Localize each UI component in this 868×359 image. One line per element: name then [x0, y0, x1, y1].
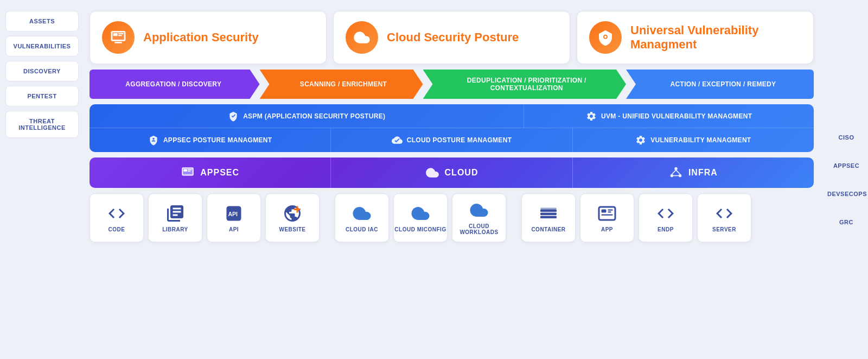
- svg-rect-22: [540, 207, 557, 209]
- container-label: CONTAINER: [531, 226, 565, 232]
- sidebar-item-assets[interactable]: ASSETS: [5, 11, 79, 32]
- cloud2-icon: [392, 135, 403, 146]
- svg-point-6: [604, 36, 607, 38]
- cloud3-icon: [425, 166, 439, 180]
- infra-icon-group: CONTAINER APP ENDP: [521, 193, 751, 242]
- cloud-segment: CLOUD: [331, 158, 572, 188]
- app-security-title: Application Security: [143, 30, 259, 45]
- infra-icon: [669, 166, 683, 180]
- endp-card[interactable]: ENDP: [639, 193, 693, 242]
- sidebar-item-threat-intelligence[interactable]: THREAT INTELLIGENCE: [5, 111, 79, 138]
- cloud-iac-label: CLOUD IAC: [346, 226, 378, 232]
- svg-rect-3: [118, 33, 123, 34]
- sidebar-item-discovery[interactable]: DISCOVERY: [5, 61, 79, 81]
- posture-row-2: APPSEC POSTURE MANAGMENT CLOUD POSTURE M…: [90, 128, 814, 152]
- cloud-security-title: Cloud Security Posture: [387, 30, 519, 45]
- code-card[interactable]: CODE: [90, 193, 144, 242]
- appsec-segment: APPSEC: [90, 158, 331, 188]
- right-label-devsecops[interactable]: DEVSECOPS: [827, 191, 865, 197]
- cloud-workloads-icon: [469, 200, 489, 220]
- cloud-miconfig-label: CLOUD MICONFIG: [394, 226, 446, 232]
- right-label-appsec[interactable]: APPSEC: [827, 162, 865, 169]
- svg-line-15: [676, 170, 680, 174]
- cloud-miconfig-card[interactable]: CLOUD MICONFIG: [393, 193, 448, 242]
- svg-rect-27: [602, 214, 613, 215]
- app-label: APP: [601, 226, 613, 232]
- pipeline-step-1: AGGREGATION / DISCOVERY: [90, 70, 260, 99]
- sidebar-item-vulnerabilities[interactable]: VULNERABILITIES: [5, 36, 79, 56]
- uvm-cell: UVM - UNIFIED VULNERABILITY MANAGMENT: [524, 104, 814, 128]
- server-icon: [714, 204, 734, 223]
- svg-rect-8: [184, 169, 188, 172]
- vuln-mgmt-title: Universal Vulnerability Managment: [630, 23, 801, 52]
- code-icon: [107, 204, 126, 223]
- right-sidebar: CISO APPSEC DEVSECOPS GRC: [825, 0, 868, 359]
- svg-rect-24: [602, 209, 607, 212]
- endp-label: ENDP: [658, 226, 674, 232]
- right-label-ciso[interactable]: CISO: [827, 134, 865, 141]
- posture-section: ASPM (APPLICATION SECURITY POSTURE) UVM …: [90, 104, 814, 152]
- right-label-grc[interactable]: GRC: [827, 219, 865, 225]
- pipeline-step-4: ACTION / EXCEPTION / REMEDY: [626, 70, 814, 99]
- shield2-icon: [148, 135, 159, 146]
- aspm-cell: ASPM (APPLICATION SECURITY POSTURE): [90, 104, 524, 128]
- svg-line-14: [672, 170, 676, 174]
- cloud-workloads-card[interactable]: CLOUD WORKLOADS: [452, 193, 506, 242]
- cloud-iac-card[interactable]: CLOUD IAC: [335, 193, 389, 242]
- library-icon: [165, 204, 185, 223]
- container-icon: [539, 204, 558, 223]
- svg-rect-23: [599, 207, 615, 220]
- bottom-icons: CODE LIBRARY API API WEBSITE CLOUD IAC: [90, 193, 814, 242]
- api-icon: API: [224, 204, 244, 223]
- top-cards: Application Security Cloud Security Post…: [90, 11, 814, 64]
- main-content: Application Security Cloud Security Post…: [84, 0, 825, 359]
- cloud-posture-cell: CLOUD POSTURE MANAGMENT: [331, 128, 572, 152]
- left-sidebar: ASSETS VULNERABILITIES DISCOVERY PENTEST…: [0, 0, 84, 359]
- app-icon2: [597, 204, 617, 223]
- svg-rect-25: [608, 209, 613, 210]
- website-icon: [283, 204, 302, 223]
- svg-text:API: API: [228, 210, 238, 217]
- svg-rect-20: [540, 212, 557, 215]
- svg-rect-21: [540, 216, 557, 218]
- pipeline-step-2: SCANNING / ENRICHMENT: [260, 70, 423, 99]
- svg-rect-19: [540, 209, 557, 212]
- svg-rect-26: [608, 211, 611, 212]
- infra-segment: INFRA: [573, 158, 814, 188]
- svg-point-11: [674, 167, 677, 170]
- library-card[interactable]: LIBRARY: [148, 193, 202, 242]
- server-card[interactable]: SERVER: [697, 193, 751, 242]
- container-card[interactable]: CONTAINER: [521, 193, 576, 242]
- sidebar-item-pentest[interactable]: PENTEST: [5, 86, 79, 106]
- cloud-icon-group: CLOUD IAC CLOUD MICONFIG CLOUD WORKLOADS: [335, 193, 506, 242]
- cloud-workloads-label: CLOUD WORKLOADS: [452, 223, 506, 235]
- svg-rect-10: [188, 171, 190, 172]
- app-card[interactable]: APP: [580, 193, 634, 242]
- cloud-security-icon: [346, 21, 378, 54]
- pipeline-step-3: DEDUPLICATION / PRIORITIZATION / CONTEXT…: [423, 70, 627, 99]
- vuln-mgmt-posture-cell: VULNERABILITY MANAGMENT: [573, 128, 814, 152]
- cloud-miconfig-icon: [411, 204, 430, 223]
- gear-icon: [586, 111, 597, 122]
- svg-rect-9: [188, 169, 192, 171]
- cloud-iac-icon: [352, 204, 372, 223]
- vuln-mgmt-card[interactable]: Universal Vulnerability Managment: [577, 11, 814, 64]
- vuln-mgmt-icon: [589, 21, 622, 54]
- gear2-icon: [635, 135, 646, 146]
- posture-row-1: ASPM (APPLICATION SECURITY POSTURE) UVM …: [90, 104, 814, 128]
- shield-icon: [228, 111, 239, 122]
- pipeline: AGGREGATION / DISCOVERY SCANNING / ENRIC…: [90, 70, 814, 99]
- svg-rect-2: [113, 33, 118, 36]
- api-label: API: [229, 226, 239, 232]
- category-bar: APPSEC CLOUD INFRA: [90, 158, 814, 188]
- api-card[interactable]: API API: [207, 193, 261, 242]
- website-label: WEBSITE: [279, 226, 305, 232]
- cloud-security-card[interactable]: Cloud Security Posture: [333, 11, 570, 64]
- app-security-icon: [102, 21, 135, 54]
- server-label: SERVER: [712, 226, 736, 232]
- app-security-card[interactable]: Application Security: [90, 11, 327, 64]
- website-card[interactable]: WEBSITE: [265, 193, 320, 242]
- svg-rect-4: [118, 35, 122, 36]
- library-label: LIBRARY: [162, 226, 188, 232]
- appsec-icon: [181, 166, 195, 180]
